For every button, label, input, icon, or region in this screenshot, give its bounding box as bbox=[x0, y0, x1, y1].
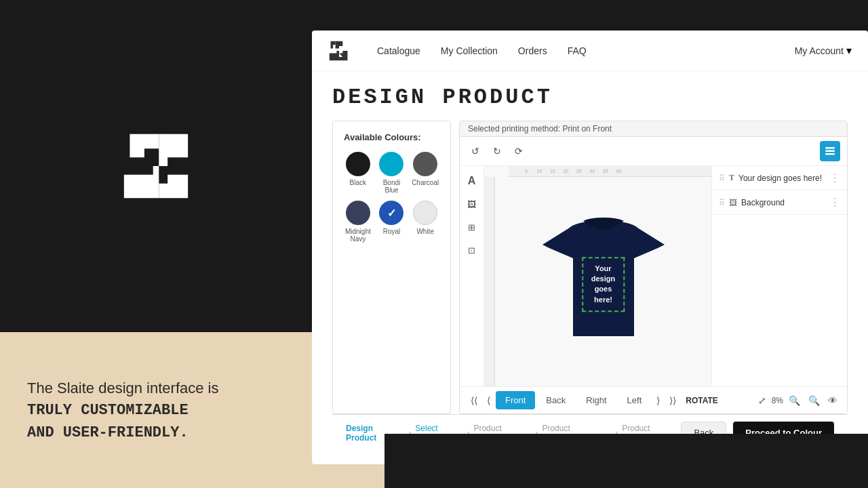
layer-background-label: Background bbox=[741, 198, 825, 207]
tshirt-wrapper: Yourdesigngoeshere! bbox=[536, 207, 671, 357]
main-content-panel: Catalogue My Collection Orders FAQ My Ac… bbox=[312, 30, 868, 464]
design-overlay-text: Yourdesigngoeshere! bbox=[582, 257, 625, 312]
layer-bg-drag-icon: ⠿ bbox=[719, 198, 725, 207]
tagline-bold-1: TRULY CUSTOMIZABLE bbox=[27, 399, 219, 422]
colour-panel-title: Available Colours: bbox=[344, 132, 439, 142]
printing-method-bar: Selected printing method: Print on Front bbox=[460, 121, 847, 137]
colour-white[interactable]: White bbox=[411, 201, 439, 243]
left-logo-panel bbox=[0, 0, 312, 332]
layer-type-text-icon: T bbox=[729, 173, 734, 183]
tshirt-container: Yourdesigngoeshere! bbox=[484, 166, 711, 386]
colour-swatch-royal bbox=[379, 201, 403, 225]
nav-orders[interactable]: Orders bbox=[518, 45, 547, 56]
editor-main: A 🖼 ⊞ ⊡ 5 10 15 20 25 30 35 40 bbox=[460, 166, 847, 386]
text-tool-button[interactable]: A bbox=[462, 171, 481, 190]
layer-type-image-icon: 🖼 bbox=[729, 198, 737, 207]
canvas-area[interactable]: 5 10 15 20 25 30 35 40 bbox=[484, 166, 711, 386]
colour-label-bondi-blue: Bondi Blue bbox=[378, 179, 406, 194]
layer-drag-icon: ⠿ bbox=[719, 174, 725, 183]
view-tabs: ⟨⟨ ⟨ Front Back Right Left ⟩ ⟩⟩ ROTATE ⤢… bbox=[460, 386, 847, 413]
nav-faq[interactable]: FAQ bbox=[568, 45, 587, 56]
colour-swatch-white bbox=[413, 201, 437, 225]
chevron-down-icon: ▾ bbox=[846, 44, 852, 57]
colour-black[interactable]: Black bbox=[344, 152, 372, 194]
tab-prev-button[interactable]: ⟨ bbox=[483, 392, 494, 409]
layer-more-icon[interactable]: ⋮ bbox=[829, 171, 840, 184]
colour-panel: Available Colours: Black Bondi Blue bbox=[332, 121, 451, 414]
ruler-left bbox=[484, 177, 495, 386]
colour-royal[interactable]: Royal bbox=[378, 201, 406, 243]
tab-left[interactable]: Left bbox=[618, 391, 652, 409]
brand-logo bbox=[115, 125, 197, 207]
nav-account[interactable]: My Account ▾ bbox=[795, 44, 852, 57]
colour-bondi-blue[interactable]: Bondi Blue bbox=[378, 152, 406, 194]
printing-method-text: Selected printing method: Print on Front bbox=[468, 124, 612, 134]
colour-label-white: White bbox=[416, 228, 434, 235]
editor-layout: Available Colours: Black Bondi Blue bbox=[332, 121, 848, 414]
tab-right[interactable]: Right bbox=[576, 391, 616, 409]
image-tool-button[interactable]: 🖼 bbox=[462, 195, 481, 214]
editor-top-bar: ↺ ↻ ⟳ bbox=[460, 137, 847, 166]
dark-bottom-strip bbox=[384, 434, 868, 488]
colour-midnight-navy[interactable]: Midnight Navy bbox=[344, 201, 372, 243]
refresh-button[interactable]: ⟳ bbox=[510, 142, 528, 160]
colour-swatch-charcoal bbox=[413, 152, 437, 176]
colour-swatch-bondi-blue bbox=[379, 152, 403, 176]
nav-logo-icon bbox=[328, 40, 350, 62]
undo-button[interactable]: ↺ bbox=[467, 142, 484, 160]
colour-swatch-midnight-navy bbox=[346, 201, 370, 225]
zoom-out-button[interactable]: 🔍 bbox=[806, 392, 823, 409]
layers-panel: ⠿ T Your design goes here! ⋮ ⠿ 🖼 Backgro… bbox=[711, 166, 847, 386]
left-tools: A 🖼 ⊞ ⊡ bbox=[460, 166, 484, 386]
zoom-controls: ⤢ 8% 🔍 🔍 👁 bbox=[755, 392, 840, 409]
rotate-label: ROTATE bbox=[686, 396, 718, 405]
tab-next-button[interactable]: ⟩ bbox=[652, 392, 664, 409]
grid-tool-button[interactable]: ⊡ bbox=[462, 241, 481, 260]
nav-catalogue[interactable]: Catalogue bbox=[377, 45, 420, 56]
svg-rect-1 bbox=[825, 150, 835, 152]
colour-swatch-black bbox=[346, 152, 370, 176]
layers-button[interactable] bbox=[820, 141, 840, 161]
colour-label-charcoal: Charcoal bbox=[412, 179, 439, 186]
design-editor: Selected printing method: Print on Front… bbox=[459, 121, 848, 414]
tagline-normal: The Slaite design interface is bbox=[27, 380, 219, 396]
nav-my-account-label: My Account bbox=[795, 45, 844, 56]
colour-grid: Black Bondi Blue Charcoal bbox=[344, 152, 439, 243]
ruler-top: 5 10 15 20 25 30 35 40 bbox=[509, 166, 711, 177]
colour-label-midnight-navy: Midnight Navy bbox=[344, 228, 372, 243]
nav-my-collection[interactable]: My Collection bbox=[441, 45, 498, 56]
preview-button[interactable]: 👁 bbox=[825, 392, 840, 409]
tab-back[interactable]: Back bbox=[536, 391, 575, 409]
tagline-bold-2: AND USER-FRIENDLY. bbox=[27, 422, 219, 444]
colour-charcoal[interactable]: Charcoal bbox=[411, 152, 439, 194]
redo-button[interactable]: ↻ bbox=[488, 142, 506, 160]
zoom-in-button[interactable]: 🔍 bbox=[786, 392, 803, 409]
colour-label-black: Black bbox=[350, 179, 366, 186]
page-title: DESIGN PRODUCT bbox=[332, 85, 848, 110]
navbar: Catalogue My Collection Orders FAQ My Ac… bbox=[312, 30, 868, 71]
layer-text-label: Your design goes here! bbox=[738, 174, 825, 183]
layers-icon bbox=[825, 146, 835, 157]
svg-rect-2 bbox=[825, 153, 835, 155]
layer-background-item[interactable]: ⠿ 🖼 Background ⋮ bbox=[712, 190, 847, 215]
zoom-fit-button[interactable]: ⤢ bbox=[755, 392, 769, 409]
tab-last-button[interactable]: ⟩⟩ bbox=[665, 392, 680, 409]
zoom-percent: 8% bbox=[772, 396, 783, 405]
layer-text-item[interactable]: ⠿ T Your design goes here! ⋮ bbox=[712, 166, 847, 190]
layer-bg-more-icon[interactable]: ⋮ bbox=[829, 196, 840, 209]
crop-tool-button[interactable]: ⊞ bbox=[462, 218, 481, 237]
colour-label-royal: Royal bbox=[383, 228, 401, 235]
page-content: DESIGN PRODUCT Available Colours: Black … bbox=[312, 71, 868, 464]
tab-front[interactable]: Front bbox=[496, 391, 535, 409]
tab-first-button[interactable]: ⟨⟨ bbox=[467, 392, 481, 409]
svg-rect-0 bbox=[825, 147, 835, 149]
